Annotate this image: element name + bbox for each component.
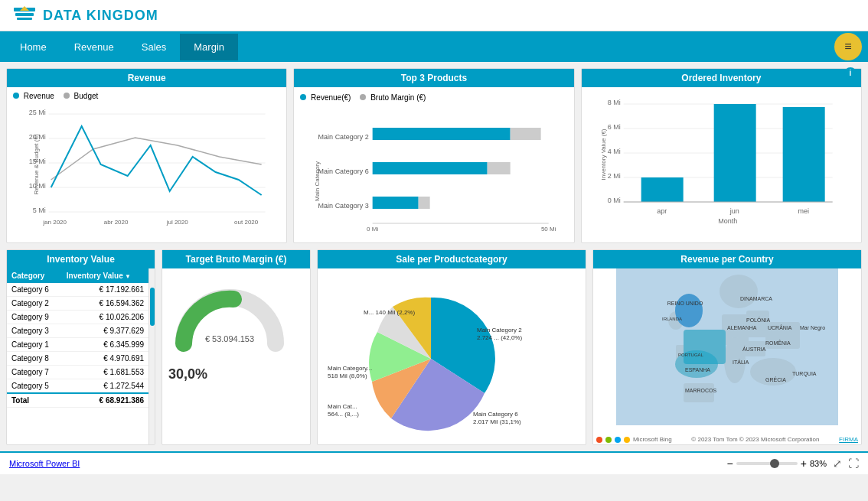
powerbi-link[interactable]: Microsoft Power BI [9, 459, 80, 468]
nav-menu-button[interactable]: ≡ [834, 33, 862, 60]
category-cell: Category 9 [7, 311, 62, 324]
svg-text:ÁUSTRIA: ÁUSTRIA [742, 346, 766, 352]
col-category[interactable]: Category [7, 268, 62, 283]
hamburger-icon: ≡ [844, 40, 851, 54]
svg-text:IRLANDA: IRLANDA [662, 317, 682, 321]
category-cell: Category 6 [7, 283, 62, 297]
category-cell: Category 2 [7, 297, 62, 311]
ordered-inventory-body: 8 Mi 6 Mi 4 Mi 2 Mi 0 Mi Inventory Value… [582, 87, 861, 235]
table-row: Category 2€ 16.594.362 [7, 297, 148, 311]
nav-sales[interactable]: Sales [128, 34, 181, 60]
svg-text:4 Mi: 4 Mi [607, 148, 620, 155]
svg-text:€ 53.094.153: € 53.094.153 [205, 334, 254, 343]
scroll-thumb[interactable] [150, 288, 155, 326]
revenue-card: Revenue Revenue Budget 25 Mi [6, 68, 287, 243]
zoom-minus-icon[interactable]: − [727, 457, 733, 470]
svg-rect-45 [713, 104, 755, 202]
table-row: Category 6€ 17.192.661 [7, 283, 148, 297]
top3-svg: Main Category 2 Main Category 6 Main Cat… [300, 105, 567, 235]
svg-text:Inventory Value (€): Inventory Value (€) [599, 129, 606, 180]
top3-legend: Revenue(€) Bruto Margin (€) [300, 93, 567, 102]
revenue-dot [13, 93, 19, 99]
bing-dot-g [605, 437, 612, 443]
svg-text:Revenue & Bruto Margin (€): Revenue & Bruto Margin (€) [423, 233, 499, 235]
zoom-slider[interactable] [736, 462, 798, 465]
category-cell: Category 7 [7, 366, 62, 379]
svg-text:5 Mi: 5 Mi [33, 207, 46, 214]
revenue-country-title: Revenue per Country [593, 250, 861, 268]
svg-text:Revenue & Budget (€): Revenue & Budget (€) [33, 134, 40, 194]
nav-home[interactable]: Home [6, 34, 60, 60]
ordered-inventory-title: Ordered Inventory i [582, 69, 861, 87]
ordered-inventory-svg: 8 Mi 6 Mi 4 Mi 2 Mi 0 Mi Inventory Value… [588, 93, 855, 227]
svg-text:2.724 ... (42,0%): 2.724 ... (42,0%) [477, 334, 522, 341]
table-row: Category 8€ 4.970.691 [7, 352, 148, 366]
zoom-level: 83% [810, 459, 827, 468]
bing-dot-r [596, 437, 602, 443]
pie-svg: Main Category 2 2.724 ... (42,0%) Main C… [324, 275, 538, 435]
svg-rect-44 [641, 177, 683, 202]
sale-category-title: Sale per Productcategory [318, 250, 586, 268]
svg-rect-22 [373, 128, 511, 140]
footer-right: − + 83% ⤢ ⛶ [727, 457, 859, 470]
svg-text:abr 2020: abr 2020 [104, 219, 129, 226]
svg-text:ALEMANHA: ALEMANHA [727, 325, 757, 330]
table-row: Category 9€ 10.026.206 [7, 311, 148, 324]
bing-text: Microsoft Bing [633, 436, 672, 443]
inventory-table: Category Inventory Value Category 6€ 17.… [7, 268, 148, 408]
svg-text:Main Category...: Main Category... [328, 365, 372, 372]
info-button[interactable]: i [844, 67, 857, 80]
svg-rect-25 [511, 128, 541, 140]
svg-text:Main Category 6: Main Category 6 [318, 168, 369, 175]
revenue-legend-revenue: Revenue [13, 92, 54, 100]
revenue-country-body: REINO UNIDO IRLANDA PORTUGAL ESPANHA MAR… [593, 268, 861, 444]
map-firma-link[interactable]: FIRMA [839, 436, 858, 443]
category-cell: Category 8 [7, 352, 62, 366]
col-inv-value[interactable]: Inventory Value [62, 268, 148, 283]
brand-name: DATA KINGDOM [43, 8, 158, 24]
svg-text:Main Category 3: Main Category 3 [318, 202, 369, 210]
category-cell: Category 3 [7, 324, 62, 338]
share-icon[interactable]: ⤢ [833, 457, 842, 470]
sale-category-card: Sale per Productcategory [317, 249, 586, 445]
bing-dot-y [624, 437, 630, 443]
value-cell: € 1.272.544 [62, 379, 148, 394]
category-cell: Category 5 [7, 379, 62, 394]
svg-text:0 Mi: 0 Mi [367, 226, 378, 233]
main-content: Revenue Revenue Budget 25 Mi [0, 62, 868, 451]
revenue-chart-area: 25 Mi 20 Mi 15 Mi 10 Mi 5 Mi Revenue & B… [13, 103, 280, 226]
top3-card: Top 3 Products Revenue(€) Bruto Margin (… [293, 68, 574, 243]
top-row: Revenue Revenue Budget 25 Mi [6, 68, 862, 243]
svg-text:Month: Month [718, 217, 737, 225]
svg-text:TURQUIA: TURQUIA [792, 371, 817, 377]
bing-logo: Microsoft Bing [596, 436, 672, 443]
expand-icon[interactable]: ⛶ [848, 457, 859, 470]
zoom-thumb[interactable] [770, 459, 779, 468]
value-cell: € 10.026.206 [62, 311, 148, 324]
svg-text:564... (8,...): 564... (8,...) [328, 411, 359, 418]
sale-category-body: Main Category 2 2.724 ... (42,0%) Main C… [318, 268, 586, 437]
target-margin-body: € 53.094.153 30,0% [162, 268, 310, 389]
table-row: Category 3€ 9.377.629 [7, 324, 148, 338]
gauge-percentage: 30,0% [168, 366, 304, 382]
nav-margin[interactable]: Margin [180, 34, 238, 60]
top3-margin-dot [360, 94, 366, 100]
total-label: Total [7, 393, 62, 408]
svg-text:25 Mi: 25 Mi [29, 109, 46, 116]
svg-text:POLÓNIA: POLÓNIA [746, 317, 770, 323]
svg-point-76 [675, 294, 703, 327]
zoom-bar: − + 83% [727, 457, 827, 470]
svg-text:GRÉCIA: GRÉCIA [765, 376, 786, 382]
svg-text:Main Category 2: Main Category 2 [318, 133, 369, 141]
total-row: Total€ 68.921.386 [7, 393, 148, 408]
header: DATA KINGDOM [0, 0, 868, 31]
nav-revenue[interactable]: Revenue [60, 34, 128, 60]
top3-body: Revenue(€) Bruto Margin (€) Main Categor… [294, 87, 573, 242]
value-cell: € 9.377.629 [62, 324, 148, 338]
target-margin-title: Target Bruto Margin (€) [162, 250, 310, 268]
svg-text:PORTUGAL: PORTUGAL [678, 353, 704, 357]
svg-text:MARROCOS: MARROCOS [685, 388, 717, 393]
zoom-plus-icon[interactable]: + [801, 457, 807, 470]
value-cell: € 6.345.999 [62, 338, 148, 352]
revenue-body: Revenue Budget 25 Mi 20 Mi 15 Mi 10 Mi 5 [7, 87, 286, 230]
